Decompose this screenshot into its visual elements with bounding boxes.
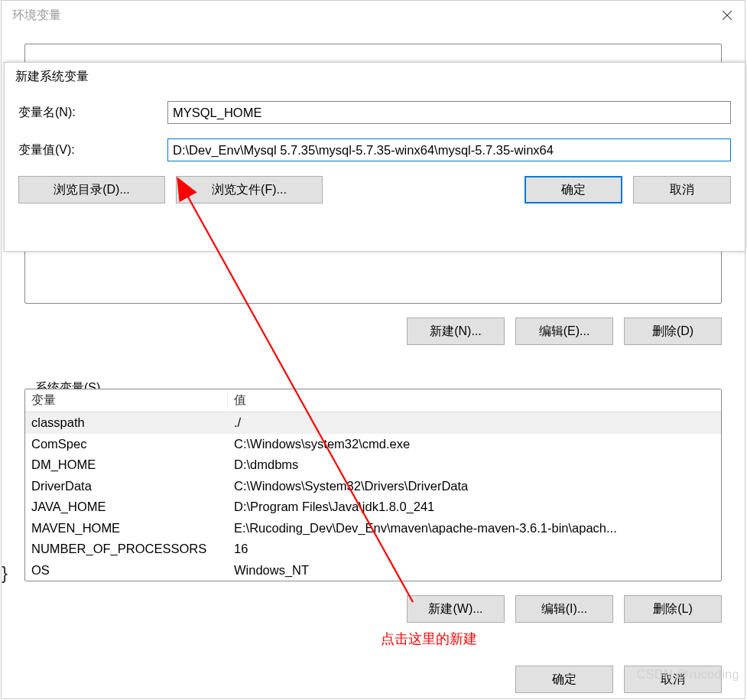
header-value[interactable]: 值: [228, 392, 721, 409]
brace-decor: }: [2, 562, 8, 584]
var-name-row: 变量名(N):: [18, 101, 731, 124]
delete-system-var-button[interactable]: 删除(L): [624, 595, 722, 623]
annotation-text: 点击这里的新建: [381, 630, 477, 648]
header-variable[interactable]: 变量: [25, 392, 228, 409]
inner-dialog-title: 新建系统变量: [15, 69, 89, 85]
table-row[interactable]: NUMBER_OF_PROCESSORS16: [25, 539, 721, 560]
var-value-label: 变量值(V):: [18, 142, 167, 158]
var-name-input[interactable]: [167, 101, 731, 124]
table-row[interactable]: DriverDataC:\Windows\System32\Drivers\Dr…: [25, 476, 721, 497]
table-row[interactable]: MAVEN_HOMEE:\Rucoding_Dev\Dev_Env\maven\…: [25, 518, 721, 539]
new-system-var-button[interactable]: 新建(W)...: [407, 595, 505, 623]
table-body[interactable]: classpath./ ComSpecC:\Windows\system32\c…: [25, 412, 721, 581]
user-vars-buttons: 新建(N)... 编辑(E)... 删除(D): [24, 317, 722, 345]
ok-button[interactable]: 确定: [515, 666, 613, 693]
inner-titlebar: 新建系统变量: [5, 63, 745, 90]
system-vars-group: 系统变量(S) 变量 值 classpath./ ComSpecC:\Windo…: [24, 373, 722, 581]
table-header: 变量 值: [25, 389, 721, 412]
new-user-var-button[interactable]: 新建(N)...: [407, 317, 505, 345]
delete-user-var-button[interactable]: 删除(D): [624, 317, 722, 345]
browse-buttons: 浏览目录(D)... 浏览文件(F)...: [18, 176, 323, 203]
inner-ok-button[interactable]: 确定: [525, 176, 622, 203]
ok-cancel-buttons: 确定 取消: [525, 176, 731, 203]
inner-button-row: 浏览目录(D)... 浏览文件(F)... 确定 取消: [18, 176, 731, 203]
edit-system-var-button[interactable]: 编辑(I)...: [515, 595, 613, 623]
watermark: CSDN @rucoding: [637, 668, 739, 682]
edit-user-var-button[interactable]: 编辑(E)...: [515, 317, 613, 345]
close-icon: [723, 11, 732, 20]
browse-file-button[interactable]: 浏览文件(F)...: [176, 176, 323, 203]
table-row[interactable]: DM_HOMED:\dmdbms: [25, 454, 721, 476]
close-button[interactable]: [710, 1, 745, 30]
new-system-var-dialog: 新建系统变量 变量名(N): 变量值(V): 浏览目录(D)... 浏览文件(F…: [4, 62, 745, 252]
titlebar: 环境变量: [2, 1, 745, 30]
inner-cancel-button[interactable]: 取消: [633, 176, 731, 203]
system-vars-listbox[interactable]: 变量 值 classpath./ ComSpecC:\Windows\syste…: [24, 389, 722, 581]
dialog-title: 环境变量: [12, 8, 61, 24]
table-row[interactable]: classpath./: [25, 412, 721, 434]
var-value-input[interactable]: [167, 138, 731, 161]
var-name-label: 变量名(N):: [18, 105, 167, 121]
inner-body: 变量名(N): 变量值(V): 浏览目录(D)... 浏览文件(F)... 确定…: [5, 90, 745, 203]
var-value-row: 变量值(V):: [18, 138, 731, 161]
browse-dir-button[interactable]: 浏览目录(D)...: [18, 176, 165, 203]
table-row[interactable]: ComSpecC:\Windows\system32\cmd.exe: [25, 434, 721, 455]
table-row[interactable]: JAVA_HOMED:\Program Files\Java\jdk1.8.0_…: [25, 497, 721, 518]
table-row[interactable]: OSWindows_NT: [25, 560, 721, 581]
system-vars-buttons: 新建(W)... 编辑(I)... 删除(L): [24, 595, 722, 623]
dialog-bottom-buttons: 确定 取消: [24, 666, 722, 693]
